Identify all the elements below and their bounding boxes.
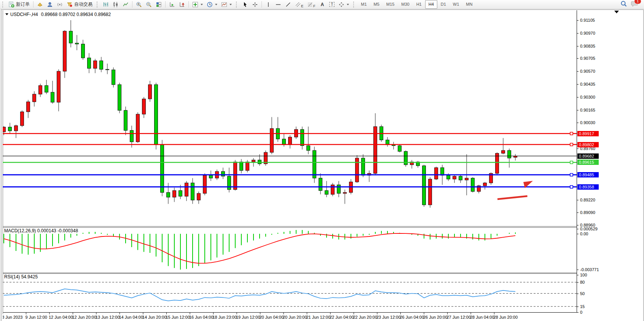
crosshair-button[interactable] [250,0,260,9]
price-line-tag: 0.89485 [577,172,599,177]
candlestick-icon [113,2,119,8]
candle [148,85,152,99]
price-axis-label: 0.90165 [580,107,595,113]
timeframe-h4-button[interactable]: H4 [425,0,437,9]
candle [301,129,304,146]
horizontal-line-icon [275,2,281,8]
candle [422,166,426,205]
toolbar-grip [2,2,5,8]
rsi-axis-label: 80 [580,279,585,285]
broadcast-button[interactable] [55,0,65,9]
price-axis[interactable]: 0.911050.909700.908350.907050.905700.904… [577,10,643,321]
search-button[interactable] [620,0,627,8]
scroll-position-icon [614,11,619,13]
chart-shift-button[interactable] [177,0,187,9]
candle [447,175,450,179]
candle [94,61,97,69]
bar-chart-icon [103,2,109,8]
date-axis-label: 22 Jun 20:00 [353,315,378,319]
new-order-button[interactable]: 新订单 [6,0,32,9]
timeframe-d1-button[interactable]: D1 [437,0,450,9]
auto-trading-button[interactable]: 自动交易 [65,0,94,9]
date-axis-label: 18 Jun 23:00 [213,315,237,319]
line-handle[interactable] [570,174,573,176]
chart-title: USDCHF-,H40.89668 0.89702 0.89634 0.8968… [5,12,111,17]
collapse-triangle-icon[interactable] [5,13,8,15]
cursor-button[interactable] [240,0,250,9]
candle [63,31,67,71]
auto-scroll-button[interactable] [167,0,177,9]
timeframe-mn-button[interactable]: MN [462,0,476,9]
candle [270,128,274,152]
candle [179,190,182,196]
chat-button[interactable]: 1 [631,0,639,8]
line-chart-icon [123,2,129,8]
channel-button[interactable]: E [293,0,305,9]
tile-windows-button[interactable] [154,0,164,9]
candle [246,162,249,171]
timeframe-m30-button[interactable]: M30 [398,0,413,9]
arrows-button[interactable] [336,0,351,9]
zoom-in-button[interactable] [134,0,144,9]
date-axis-label: 23 Jun 12:00 [376,315,401,319]
date-axis-label: 20 Jun 04:00 [260,315,284,319]
chart-canvas[interactable]: 8 Jun 20239 Jun 12:0012 Jun 04:0012 Jun … [3,10,577,321]
date-axis-label: 26 Jun 04:00 [400,315,424,319]
candle [307,146,310,151]
templates-button[interactable] [219,0,234,9]
rsi-line [4,289,515,301]
candle [173,190,176,197]
line-handle[interactable] [570,161,573,164]
candle [222,171,225,176]
auto-trading-icon [67,2,73,8]
timeframe-h1-button[interactable]: H1 [413,0,425,9]
price-line-tag: 0.89615 [577,160,599,165]
styler-button[interactable] [35,0,45,9]
line-handle[interactable] [570,143,573,146]
candle [130,130,134,142]
rsi-axis-label: 15 [580,304,585,309]
indicators-button[interactable] [190,0,205,9]
timeframe-m1-button[interactable]: M1 [357,0,370,9]
candle [197,193,201,200]
periods-button[interactable] [205,0,219,9]
text-button[interactable]: A [317,0,328,9]
line-handle[interactable] [570,132,573,135]
date-axis-label: 16 Jun 04:00 [189,315,214,319]
candle [106,69,109,70]
candlestick-button[interactable] [111,0,121,9]
line-chart-button[interactable] [121,0,131,9]
price-axis-label: 0.90705 [580,56,595,61]
timeframe-w1-button[interactable]: W1 [450,0,463,9]
candle [331,185,335,194]
candle [386,140,389,145]
date-axis-label: 27 Jun 12:00 [447,315,471,319]
bar-chart-button[interactable] [101,0,111,9]
broadcast-icon [57,2,63,8]
candle [155,85,158,145]
fibonacci-button[interactable]: F [305,0,317,9]
notifications-badge: 1 [634,0,641,4]
auto-scroll-icon [169,2,175,8]
candle [325,190,328,194]
candle [465,178,469,180]
candle [39,86,42,94]
periods-icon [207,2,213,8]
text-label-button[interactable]: T [327,0,336,9]
trendline-button[interactable] [283,0,293,9]
vertical-line-button[interactable] [263,0,273,9]
timeframe-m5-button[interactable]: M5 [370,0,383,9]
chart-shift-icon [179,2,185,8]
candle [282,139,286,145]
candle [313,150,316,178]
new-order-icon [8,2,14,8]
line-handle[interactable] [570,185,573,188]
profile-button[interactable] [45,0,55,9]
date-axis-label: 19 Jun 12:00 [236,315,260,319]
horizontal-line-button[interactable] [273,0,283,9]
price-line-tag: 0.89682 [577,153,599,159]
candle [343,192,347,193]
chart-ohlc-values: 0.89668 0.89702 0.89634 0.89682 [41,12,111,17]
timeframe-m15-button[interactable]: M15 [383,0,398,9]
zoom-out-button[interactable] [144,0,154,9]
